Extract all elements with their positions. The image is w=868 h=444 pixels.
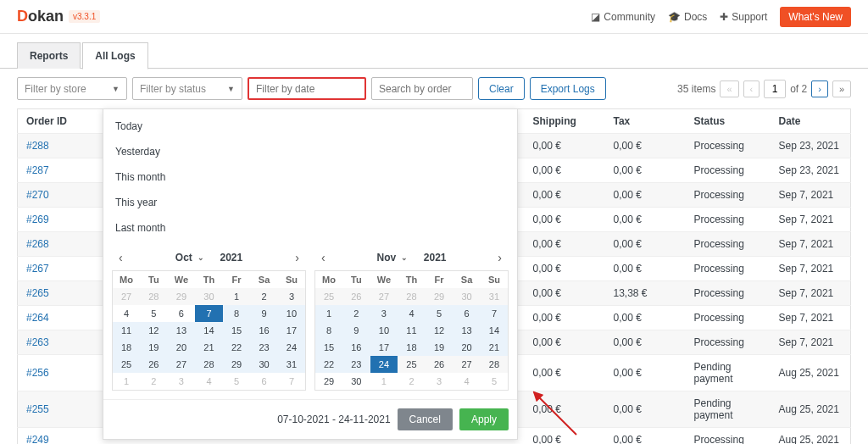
clear-button[interactable]: Clear: [478, 77, 525, 100]
calendar-day[interactable]: 26: [140, 356, 168, 373]
calendar-day[interactable]: 8: [223, 305, 251, 322]
calendar-day[interactable]: 10: [370, 322, 398, 339]
calendar-day[interactable]: 5: [140, 305, 168, 322]
calendar-day[interactable]: 7: [278, 373, 306, 391]
calendar-day[interactable]: 4: [453, 373, 481, 391]
calendar-day[interactable]: 24: [278, 339, 306, 356]
col-date[interactable]: Date: [771, 109, 851, 134]
calendar-day[interactable]: 18: [398, 339, 426, 356]
calendar-day[interactable]: 30: [250, 356, 278, 373]
calendar-day[interactable]: 31: [278, 356, 306, 373]
order-link[interactable]: #270: [18, 183, 103, 208]
calendar-day[interactable]: 5: [426, 305, 453, 322]
calendar-day[interactable]: 17: [278, 322, 306, 339]
calendar-day[interactable]: 15: [315, 339, 343, 356]
calendar-day[interactable]: 2: [140, 373, 168, 391]
prev-month-icon[interactable]: ‹: [318, 247, 329, 268]
page-last-button[interactable]: »: [832, 80, 851, 97]
preset-option[interactable]: Today: [103, 114, 517, 139]
calendar-day[interactable]: 23: [342, 356, 370, 373]
calendar-day[interactable]: 13: [453, 322, 481, 339]
chevron-down-icon[interactable]: ⌄: [401, 253, 408, 262]
col-order[interactable]: Order ID: [18, 109, 103, 134]
order-link[interactable]: #263: [18, 330, 103, 355]
export-logs-button[interactable]: Export Logs: [530, 77, 606, 100]
calendar-day[interactable]: 12: [140, 322, 168, 339]
calendar-day[interactable]: 21: [195, 339, 223, 356]
order-link[interactable]: #269: [18, 208, 103, 232]
calendar-day[interactable]: 16: [342, 339, 370, 356]
calendar-day[interactable]: 9: [342, 322, 370, 339]
calendar-day[interactable]: 30: [195, 288, 223, 305]
calendar-day[interactable]: 1: [370, 373, 398, 391]
calendar-day[interactable]: 21: [481, 339, 509, 356]
col-status[interactable]: Status: [686, 109, 771, 134]
calendar-day[interactable]: 17: [370, 339, 398, 356]
preset-option[interactable]: Last month: [103, 215, 517, 241]
tab-all-logs[interactable]: All Logs: [82, 42, 147, 69]
preset-option[interactable]: Yesterday: [103, 139, 517, 164]
calendar-day[interactable]: 29: [315, 373, 343, 391]
order-link[interactable]: #264: [18, 306, 103, 330]
cancel-button[interactable]: Cancel: [398, 408, 453, 430]
calendar-day[interactable]: 3: [168, 373, 196, 391]
order-link[interactable]: #256: [18, 355, 103, 391]
calendar-day[interactable]: 22: [223, 339, 251, 356]
order-link[interactable]: #265: [18, 281, 103, 306]
calendar-day[interactable]: 19: [426, 339, 453, 356]
whats-new-button[interactable]: What's New: [780, 7, 851, 27]
calendar-day[interactable]: 20: [168, 339, 196, 356]
filter-date-input[interactable]: [248, 77, 366, 100]
calendar-day[interactable]: 26: [342, 288, 370, 305]
calendar-day[interactable]: 28: [140, 288, 168, 305]
support-link[interactable]: ✚Support: [720, 11, 767, 23]
order-link[interactable]: #288: [18, 134, 103, 158]
calendar-day[interactable]: 6: [168, 305, 196, 322]
page-next-button[interactable]: ›: [811, 80, 828, 97]
calendar-day[interactable]: 7: [195, 305, 223, 322]
calendar-day[interactable]: 26: [426, 356, 453, 373]
apply-button[interactable]: Apply: [459, 408, 509, 430]
page-input[interactable]: [764, 80, 786, 98]
preset-option[interactable]: This month: [103, 164, 517, 190]
filter-status-select[interactable]: Filter by status▼: [132, 77, 242, 100]
calendar-day[interactable]: 2: [342, 305, 370, 322]
calendar-day[interactable]: 6: [250, 373, 278, 391]
next-month-icon[interactable]: ›: [292, 247, 303, 268]
calendar-day[interactable]: 27: [113, 288, 141, 305]
calendar-day[interactable]: 31: [481, 288, 509, 305]
calendar-day[interactable]: 27: [453, 356, 481, 373]
page-prev-button[interactable]: ‹: [743, 80, 760, 97]
calendar-day[interactable]: 2: [250, 288, 278, 305]
order-link[interactable]: #267: [18, 257, 103, 281]
calendar-day[interactable]: 28: [195, 356, 223, 373]
community-link[interactable]: ◪Community: [591, 11, 655, 23]
order-link[interactable]: #249: [18, 428, 103, 445]
calendar-day[interactable]: 3: [278, 288, 306, 305]
calendar-day[interactable]: 23: [250, 339, 278, 356]
tab-reports[interactable]: Reports: [17, 42, 81, 69]
calendar-day[interactable]: 29: [168, 288, 196, 305]
calendar-day[interactable]: 5: [481, 373, 509, 391]
calendar-day[interactable]: 7: [481, 305, 509, 322]
calendar-day[interactable]: 9: [250, 305, 278, 322]
order-link[interactable]: #255: [18, 391, 103, 428]
calendar-day[interactable]: 14: [195, 322, 223, 339]
calendar-day[interactable]: 29: [426, 288, 453, 305]
docs-link[interactable]: 🎓Docs: [668, 11, 707, 23]
calendar-day[interactable]: 4: [398, 305, 426, 322]
calendar-day[interactable]: 12: [426, 322, 453, 339]
calendar-day[interactable]: 19: [140, 339, 168, 356]
calendar-day[interactable]: 25: [398, 356, 426, 373]
calendar-day[interactable]: 6: [453, 305, 481, 322]
calendar-day[interactable]: 28: [398, 288, 426, 305]
order-link[interactable]: #268: [18, 232, 103, 257]
calendar-day[interactable]: 8: [315, 322, 343, 339]
search-order-input[interactable]: [371, 77, 473, 100]
prev-month-icon[interactable]: ‹: [115, 247, 126, 268]
calendar-day[interactable]: 25: [315, 288, 343, 305]
calendar-day[interactable]: 30: [342, 373, 370, 391]
calendar-day[interactable]: 13: [168, 322, 196, 339]
chevron-down-icon[interactable]: ⌄: [198, 253, 204, 262]
calendar-day[interactable]: 3: [370, 305, 398, 322]
